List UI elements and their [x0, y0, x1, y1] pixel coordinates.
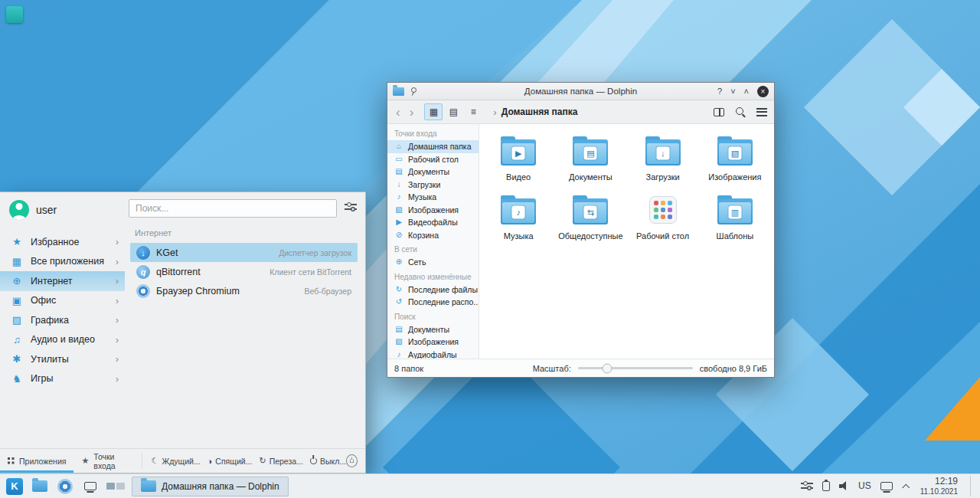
desktop-2-button[interactable]	[116, 483, 125, 490]
folder-icon: ♪	[501, 198, 536, 224]
downloads-emblem-icon: ↓	[656, 147, 669, 160]
zoom-slider-handle[interactable]	[602, 363, 612, 373]
folder-item-music[interactable]: ♪ Музыка	[482, 194, 554, 241]
folder-item-documents[interactable]: ▤ Документы	[554, 135, 626, 182]
search-icon[interactable]	[735, 106, 746, 117]
images-emblem-icon: ▧	[728, 147, 741, 160]
folder-item-desktop[interactable]: Рабочий стол	[627, 194, 699, 241]
close-button[interactable]: ×	[757, 86, 769, 97]
folder-item-video[interactable]: ▶ Видео	[482, 135, 554, 182]
desktop-shortcut-icon[interactable]	[6, 6, 23, 23]
place-search-audio[interactable]: ♪ Аудиофайлы	[387, 349, 479, 359]
category-favorites[interactable]: ★ Избранное ›	[0, 232, 125, 252]
maximize-button[interactable]: ˄	[744, 87, 749, 96]
dolphin-window: Домашняя папка — Dolphin ? ˅ ˄ × ‹ › ▦ ▤…	[387, 82, 775, 378]
music-icon: ♪	[394, 193, 403, 201]
expand-tray-icon[interactable]	[902, 483, 910, 490]
place-search-images[interactable]: ▧ Изображения	[387, 336, 479, 349]
place-videos[interactable]: ▶ Видеофайлы	[387, 216, 479, 229]
show-desktop-button[interactable]	[970, 476, 975, 496]
office-icon: ▣	[10, 295, 24, 306]
compact-view-button[interactable]: ▤	[444, 103, 462, 120]
folder-icon: ▤	[573, 139, 608, 165]
zoom-slider[interactable]	[578, 367, 693, 369]
recent-locations-icon: ↺	[394, 298, 403, 306]
place-recent-files[interactable]: ↻ Последние файлы	[387, 283, 479, 297]
hamburger-menu-icon[interactable]	[756, 108, 767, 116]
split-view-icon[interactable]	[714, 108, 724, 116]
file-manager-button[interactable]	[31, 477, 49, 496]
clipboard-icon[interactable]	[822, 481, 830, 491]
place-images[interactable]: ▧ Изображения	[387, 204, 479, 217]
system-tray: US 12:19 11.10.2021	[801, 476, 975, 496]
keyboard-layout-indicator[interactable]: US	[858, 480, 871, 491]
session-buttons: ☾ Ждущий... ◑ Спящий... ↻ Переза... Выкл…	[152, 449, 346, 473]
places-tab-icon: ★	[81, 456, 89, 466]
volume-icon[interactable]	[839, 481, 849, 490]
category-office[interactable]: ▣ Офис ›	[0, 291, 125, 311]
display-tray-icon[interactable]	[880, 482, 893, 490]
minimize-button[interactable]: ˅	[730, 87, 735, 96]
all-apps-icon: ▦	[10, 256, 24, 267]
folder-item-public[interactable]: ⇆ Общедоступные	[554, 194, 626, 241]
kget-icon: ↓	[136, 246, 150, 260]
app-item-kget[interactable]: ↓ KGet Диспетчер загрузок	[130, 243, 358, 262]
back-button[interactable]: ‹	[394, 106, 402, 119]
hibernate-icon: ◑	[207, 457, 213, 466]
place-recent-locations[interactable]: ↺ Последние распо...	[387, 296, 479, 309]
details-view-button[interactable]: ≡	[464, 103, 482, 120]
place-search-documents[interactable]: ▤ Документы	[387, 323, 479, 336]
desktop-1-button[interactable]	[106, 483, 115, 490]
place-downloads[interactable]: ↓ Загрузки	[387, 179, 479, 192]
place-music[interactable]: ♪ Музыка	[387, 191, 479, 204]
tab-places[interactable]: ★ Точки входа	[74, 449, 138, 473]
category-utilities[interactable]: ✱ Утилиты ›	[0, 349, 125, 369]
folder-view: ▶ Видео ▤ Документы ↓ Загрузки ▧ Изображ…	[479, 124, 774, 359]
place-trash[interactable]: ⊘ Корзина	[387, 229, 479, 242]
chromium-button[interactable]	[56, 477, 74, 496]
icons-view-button[interactable]: ▦	[424, 103, 443, 120]
app-section-title: Интернет	[130, 223, 358, 243]
category-games[interactable]: ♞ Игры ›	[0, 369, 125, 389]
category-internet[interactable]: ⊕ Интернет ›	[0, 271, 125, 291]
user-avatar[interactable]	[9, 200, 29, 220]
app-item-qbittorrent[interactable]: q qBittorrent Клиент сети BitTorrent	[130, 262, 358, 281]
application-launcher-button[interactable]: K	[5, 477, 24, 496]
shutdown-button[interactable]: Выкл...	[310, 457, 346, 466]
places-section-title: Точки входа	[387, 126, 479, 140]
videos-icon: ▶	[394, 218, 403, 226]
tab-applications[interactable]: Приложения	[0, 449, 74, 473]
hibernate-button[interactable]: ◑ Спящий...	[207, 457, 253, 466]
pin-icon[interactable]	[410, 87, 416, 96]
category-multimedia[interactable]: ♫ Аудио и видео ›	[0, 330, 125, 350]
search-input[interactable]	[129, 199, 337, 218]
titlebar[interactable]: Домашняя папка — Dolphin ? ˅ ˄ ×	[387, 83, 774, 100]
category-list: ★ Избранное › ▦ Все приложения › ⊕ Интер…	[0, 232, 125, 388]
place-home[interactable]: ⌂ Домашняя папка	[387, 140, 479, 153]
folder-item-templates[interactable]: ▥ Шаблоны	[699, 194, 771, 241]
restart-icon: ↻	[259, 456, 266, 466]
applications-tab-icon	[8, 457, 15, 464]
settings-tray-icon[interactable]	[801, 481, 813, 490]
system-monitor-button[interactable]	[81, 477, 100, 496]
help-button[interactable]: ?	[717, 87, 722, 96]
restart-button[interactable]: ↻ Переза...	[259, 456, 302, 466]
digital-clock[interactable]: 12:19 11.10.2021	[920, 476, 958, 496]
breadcrumb-current[interactable]: Домашняя папка	[501, 106, 578, 117]
forward-button[interactable]: ›	[408, 106, 416, 119]
place-network[interactable]: ⊕ Сеть	[387, 256, 479, 269]
favorites-icon: ★	[10, 236, 24, 247]
internet-icon: ⊕	[10, 275, 24, 287]
category-all-applications[interactable]: ▦ Все приложения ›	[0, 252, 125, 272]
search-filter-icon[interactable]	[345, 202, 357, 211]
category-graphics[interactable]: ▨ Графика ›	[0, 310, 125, 330]
folder-icon	[32, 480, 47, 492]
leave-button[interactable]	[346, 454, 358, 467]
folder-item-images[interactable]: ▧ Изображения	[699, 135, 771, 182]
task-button-dolphin[interactable]: Домашняя папка — Dolphin	[132, 477, 289, 496]
suspend-button[interactable]: ☾ Ждущий...	[152, 456, 201, 466]
app-item-chromium[interactable]: Браузер Chromium Веб-браузер	[130, 281, 358, 300]
place-documents[interactable]: ▤ Документы	[387, 165, 479, 179]
folder-item-downloads[interactable]: ↓ Загрузки	[627, 135, 699, 182]
place-desktop[interactable]: ▭ Рабочий стол	[387, 153, 479, 166]
